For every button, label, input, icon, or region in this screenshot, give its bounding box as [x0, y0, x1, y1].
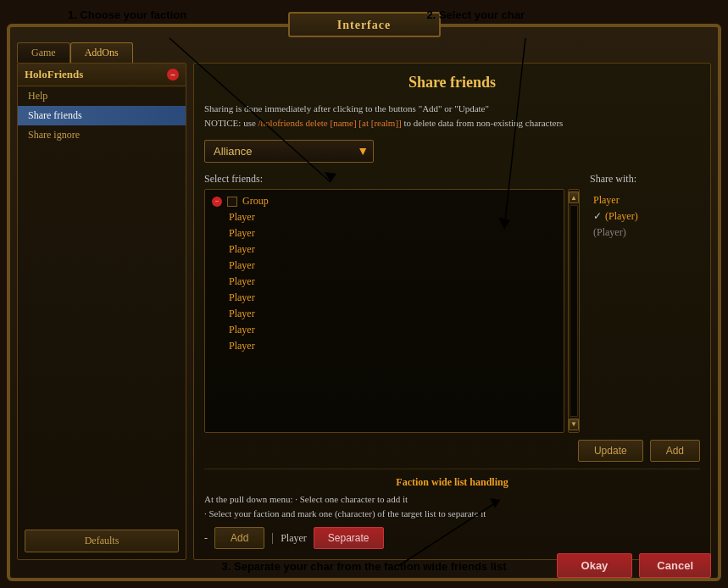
list-item[interactable]: Player [205, 338, 564, 354]
separator: | [271, 531, 274, 545]
defaults-button[interactable]: Defaults [25, 530, 179, 552]
handling-info: At the pull down menu: · Select one char… [204, 492, 700, 522]
share-item-player-checked[interactable]: ✓ (Player) [590, 208, 700, 225]
panel-title: Share friends [204, 74, 700, 92]
sidebar-title-text: HoloFriends [25, 68, 83, 81]
handling-player-text: Player [281, 532, 307, 545]
right-panel: Share friends Sharing is done immediatel… [193, 63, 711, 560]
update-button[interactable]: Update [578, 440, 643, 462]
sidebar: HoloFriends − Help Share friends Share i… [17, 63, 186, 560]
list-item[interactable]: Player [205, 258, 564, 274]
handling-line2: · Select your faction and mark one (char… [204, 507, 700, 522]
tab-addons[interactable]: AddOns [70, 42, 133, 63]
friends-list: − Group Player Player Player Player Play… [204, 189, 564, 433]
list-item[interactable]: Player [205, 274, 564, 290]
share-list: Player ✓ (Player) (Player) [590, 189, 700, 433]
share-right: Share with: Player ✓ (Player) (Player) [590, 173, 700, 433]
annotation-step2: 2. Select your char [426, 8, 525, 21]
list-item[interactable]: Player [205, 225, 564, 241]
friends-section: Select friends: − Group Player Player [204, 173, 700, 433]
panel-info-line1: Sharing is done immediately after clicki… [204, 102, 700, 116]
group-minus-icon[interactable]: − [212, 197, 222, 207]
separate-button[interactable]: Separate [314, 527, 384, 549]
share-item-player-gray[interactable]: (Player) [590, 225, 700, 241]
sidebar-item-help[interactable]: Help [18, 86, 186, 106]
handling-title: Faction wide list handling [204, 476, 700, 489]
share-item-player[interactable]: Player [590, 192, 700, 208]
tab-game[interactable]: Game [17, 42, 70, 63]
sidebar-item-share-ignore[interactable]: Share ignore [18, 125, 186, 145]
main-window: Interface Game AddOns HoloFriends − Help… [8, 25, 720, 580]
okay-button[interactable]: Okay [557, 553, 633, 578]
panel-info: Sharing is done immediately after clicki… [204, 102, 700, 130]
list-item[interactable]: Player [205, 290, 564, 306]
handling-add-button[interactable]: Add [214, 527, 264, 549]
add-button[interactable]: Add [650, 440, 700, 462]
list-item[interactable]: Player [205, 306, 564, 322]
cancel-button[interactable]: Cancel [639, 553, 711, 578]
friends-list-group-item[interactable]: − Group [205, 193, 564, 209]
panel-info-line2: NOTICE: use /holofriends delete [name] [… [204, 116, 700, 130]
handling-row: - Add | Player Separate [204, 527, 700, 549]
handling-dash: - [204, 532, 208, 545]
annotation-step1: 1. Choose your faction [68, 8, 186, 21]
handling-line1: At the pull down menu: · Select one char… [204, 492, 700, 508]
main-content: HoloFriends − Help Share friends Share i… [10, 63, 718, 567]
checkmark-icon: ✓ [593, 210, 602, 223]
sidebar-collapse-button[interactable]: − [167, 69, 179, 80]
window-title: Interface [337, 19, 391, 31]
handling-section: Faction wide list handling At the pull d… [204, 469, 700, 549]
faction-dropdown-wrap: Alliance Horde ▼ [204, 140, 374, 163]
tab-area: Game AddOns [10, 36, 718, 63]
friends-left: Select friends: − Group Player Player [204, 173, 580, 433]
group-checkbox[interactable] [227, 197, 237, 207]
friends-list-wrap: − Group Player Player Player Player Play… [204, 189, 580, 433]
share-with-label: Share with: [590, 173, 700, 186]
group-label: Group [242, 195, 269, 208]
list-item[interactable]: Player [205, 209, 564, 225]
bottom-bar: Okay Cancel [557, 553, 711, 578]
scroll-up-button[interactable]: ▲ [569, 191, 579, 203]
select-friends-label: Select friends: [204, 173, 580, 186]
scroll-track[interactable] [570, 205, 578, 417]
faction-dropdown[interactable]: Alliance Horde [204, 140, 374, 163]
sidebar-item-share-friends[interactable]: Share friends [18, 106, 186, 125]
action-buttons: Update Add [204, 440, 700, 462]
list-item[interactable]: Player [205, 322, 564, 338]
list-item[interactable]: Player [205, 241, 564, 258]
title-bar: Interface [288, 12, 441, 37]
sidebar-header: HoloFriends − [18, 64, 186, 86]
friends-list-scrollbar[interactable]: ▲ ▼ [568, 189, 580, 433]
scroll-down-button[interactable]: ▼ [569, 419, 579, 430]
